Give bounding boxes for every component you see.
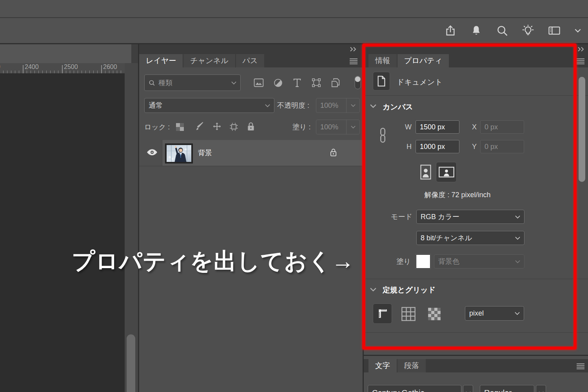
tab-paragraph[interactable]: 段落 xyxy=(397,359,426,372)
opacity-label: 不透明度 : xyxy=(277,98,309,113)
chevron-down-icon xyxy=(346,120,359,134)
ruler-major-tick xyxy=(23,65,24,73)
width-field[interactable]: 1500 px xyxy=(416,120,459,134)
panel-menu-icon[interactable] xyxy=(350,58,358,64)
tab-layers[interactable]: レイヤー xyxy=(139,54,183,67)
workspace-chevron-icon[interactable] xyxy=(575,29,581,33)
tab-paths[interactable]: パス xyxy=(236,54,265,67)
ruler-unit-value: pixel xyxy=(469,309,484,318)
canvas-fill-label: 塗り xyxy=(387,254,411,269)
canvas-fill-dropdown[interactable]: 背景色 xyxy=(434,254,524,269)
toggle-transparency-icon[interactable] xyxy=(427,307,442,321)
document-icon xyxy=(377,75,386,87)
collapse-panel-icon[interactable] xyxy=(350,47,357,52)
chevron-down-icon xyxy=(265,104,270,107)
lock-artboard-icon[interactable] xyxy=(229,122,239,132)
ruler-major-tick xyxy=(62,65,63,73)
ruler-label: 2500 xyxy=(64,64,78,71)
layer-visibility-eye-icon[interactable] xyxy=(147,149,158,156)
lock-all-icon[interactable] xyxy=(247,122,255,132)
lock-transparency-icon[interactable] xyxy=(175,122,185,132)
adjustment-layer-filter-icon[interactable] xyxy=(274,78,283,87)
photoshop-window: 0 2400 2500 2600 レイヤー チャンネル パス 種類 xyxy=(0,0,588,392)
x-value: 0 px xyxy=(485,123,498,131)
tab-label: 段落 xyxy=(404,361,419,371)
landscape-icon xyxy=(439,167,454,178)
tab-properties[interactable]: プロパティ xyxy=(397,54,449,67)
lock-pixels-brush-icon[interactable] xyxy=(194,122,204,132)
link-dimensions-icon[interactable] xyxy=(379,127,386,143)
layer-thumbnail-image xyxy=(167,145,191,162)
orientation-landscape-button[interactable] xyxy=(436,162,457,182)
font-family-dropdown[interactable]: Century Gothic xyxy=(368,385,461,392)
filter-search-label: 種類 xyxy=(158,78,172,87)
chevron-down-icon xyxy=(515,215,520,219)
bell-icon[interactable] xyxy=(470,25,482,36)
layer-filter-type-dropdown[interactable]: 種類 xyxy=(144,74,241,91)
type-layer-filter-icon[interactable] xyxy=(293,78,301,87)
section-chevron-icon[interactable] xyxy=(370,287,376,292)
ruler-unit-dropdown[interactable]: pixel xyxy=(465,306,524,321)
layer-thumbnail[interactable] xyxy=(165,143,193,163)
toggle-rulers-button[interactable] xyxy=(373,303,392,324)
opacity-dropdown[interactable]: 100% xyxy=(316,98,360,113)
annotation-text: プロパティを出しておく→ xyxy=(72,246,355,277)
font-style-dropdown[interactable]: Regular xyxy=(480,385,534,392)
collapse-panel-icon[interactable] xyxy=(577,47,584,52)
canvas-viewport[interactable] xyxy=(0,73,125,392)
tab-label: レイヤー xyxy=(146,56,176,66)
chevron-down-icon xyxy=(231,81,236,85)
fill-value: 100% xyxy=(316,120,346,134)
layer-filter-toggle[interactable] xyxy=(353,74,362,90)
character-panel: 文字 段落 Century Gothic Regular xyxy=(364,356,588,392)
chevron-down-icon xyxy=(346,98,359,113)
x-field[interactable]: 0 px xyxy=(480,120,524,134)
canvas-fill-swatch[interactable] xyxy=(416,254,430,269)
document-type-button[interactable] xyxy=(373,72,390,91)
font-family-chevron[interactable] xyxy=(463,385,473,392)
workspace-icon[interactable] xyxy=(548,25,561,36)
properties-scrollbar-thumb[interactable] xyxy=(579,77,585,182)
document-type-label: ドキュメント xyxy=(397,77,443,87)
layer-lock-icon[interactable] xyxy=(330,148,337,157)
panel-menu-icon[interactable] xyxy=(577,58,584,64)
color-mode-value: RGB カラー xyxy=(421,212,459,221)
orientation-portrait-button[interactable] xyxy=(417,163,434,181)
canvas-fill-value: 背景色 xyxy=(438,257,459,266)
share-icon[interactable] xyxy=(445,25,456,36)
height-label: H xyxy=(400,140,412,153)
color-mode-dropdown[interactable]: RGB カラー xyxy=(416,210,524,224)
tab-info[interactable]: 情報 xyxy=(368,54,397,67)
smart-object-filter-icon[interactable] xyxy=(331,78,340,88)
fill-dropdown[interactable]: 100% xyxy=(316,120,360,134)
lock-position-icon[interactable] xyxy=(212,122,222,132)
lightbulb-icon[interactable] xyxy=(522,25,534,36)
y-field[interactable]: 0 px xyxy=(480,140,524,153)
divider xyxy=(364,332,588,333)
canvas-section-title: カンバス xyxy=(383,102,413,112)
panel-menu-icon[interactable] xyxy=(577,363,584,369)
properties-panel: 情報 プロパティ ドキュメント カンバス W 1500 px X 0 px H … xyxy=(364,44,588,355)
font-style-value: Regular xyxy=(484,388,512,392)
character-panel-tabs: 文字 段落 xyxy=(364,359,588,372)
properties-panel-header-strip xyxy=(364,44,588,54)
chevron-down-icon xyxy=(515,312,520,315)
shape-layer-filter-icon[interactable] xyxy=(312,78,321,87)
opacity-value: 100% xyxy=(316,98,346,113)
height-field[interactable]: 1000 px xyxy=(416,140,459,153)
pixel-layer-filter-icon[interactable] xyxy=(254,78,264,87)
ruler-minor-ticks xyxy=(3,71,125,73)
bit-depth-dropdown[interactable]: 8 bit/チャンネル xyxy=(416,231,524,245)
blend-mode-dropdown[interactable]: 通常 xyxy=(144,98,274,113)
tab-character[interactable]: 文字 xyxy=(368,359,397,372)
layer-row[interactable]: 背景 xyxy=(139,140,363,166)
layers-panel: レイヤー チャンネル パス 種類 xyxy=(139,44,363,392)
properties-panel-tabs: 情報 プロパティ xyxy=(364,54,588,67)
toggle-grid-icon[interactable] xyxy=(401,306,416,322)
section-chevron-icon[interactable] xyxy=(370,104,376,108)
search-icon[interactable] xyxy=(496,25,508,36)
width-label: W xyxy=(400,120,412,134)
font-style-chevron[interactable] xyxy=(536,385,546,392)
tab-channels[interactable]: チャンネル xyxy=(183,54,235,67)
canvas-scrollbar-thumb[interactable] xyxy=(127,334,135,392)
